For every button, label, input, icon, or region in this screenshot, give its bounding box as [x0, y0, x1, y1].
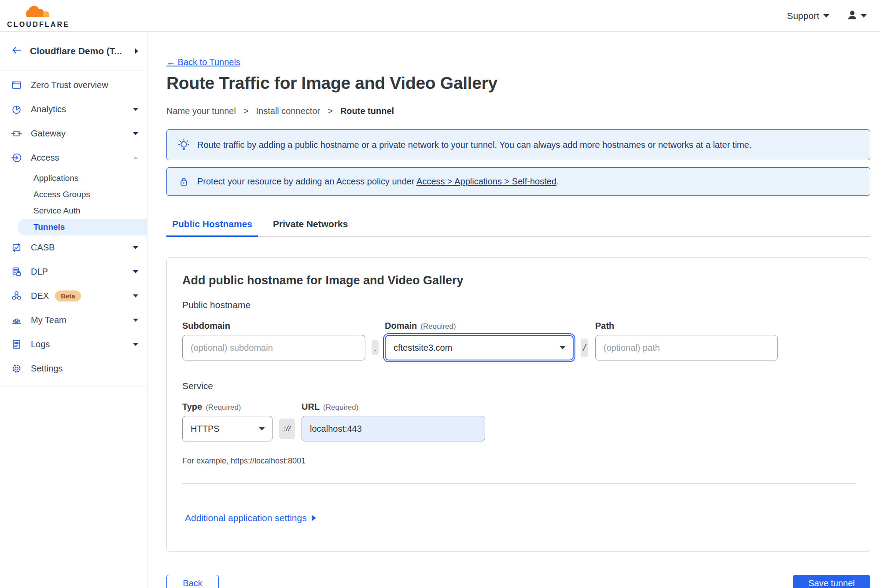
- chevron-right-icon[interactable]: [135, 48, 138, 54]
- step-route-tunnel: Route tunnel: [340, 106, 394, 116]
- cloudflare-logo[interactable]: CLOUDFLARE: [7, 4, 70, 29]
- domain-select[interactable]: cftestsite3.com: [385, 335, 574, 360]
- footer-actions: Back Save tunnel: [166, 575, 870, 588]
- back-button[interactable]: Back: [166, 575, 219, 588]
- user-icon: [847, 10, 858, 22]
- step-separator: >: [243, 106, 249, 116]
- sidebar-item-label: My Team: [31, 315, 124, 325]
- dropdown-arrow-icon: [259, 427, 265, 430]
- subdomain-label: Subdomain: [182, 321, 365, 331]
- logs-icon: [11, 339, 22, 350]
- slash-separator: /: [581, 338, 588, 357]
- sidebar-item-label: Gateway: [31, 129, 124, 139]
- user-menu[interactable]: [847, 10, 867, 22]
- service-section-label: Service: [182, 381, 856, 391]
- sidebar-item-dlp[interactable]: DLP: [0, 260, 147, 284]
- sidebar-item-access[interactable]: Access: [0, 146, 147, 170]
- sidebar-account-header: Cloudflare Demo (T...: [0, 32, 147, 70]
- sidebar-item-applications[interactable]: Applications: [0, 170, 147, 186]
- sidebar-subitem-label: Tunnels: [33, 222, 65, 232]
- sidebar-subitem-label: Access Groups: [33, 190, 90, 199]
- required-hint: (Required): [323, 403, 358, 412]
- cloudflare-wordmark: CLOUDFLARE: [7, 21, 70, 29]
- tab-public-hostnames[interactable]: Public Hostnames: [166, 219, 258, 237]
- hostname-fields-row: Subdomain . Domain(Required) cftestsite3…: [182, 321, 856, 360]
- access-policy-banner: Protect your resource by adding an Acces…: [166, 167, 870, 196]
- support-label: Support: [787, 11, 819, 21]
- page-title: Route Traffic for Image and Video Galler…: [166, 74, 870, 93]
- support-menu[interactable]: Support: [787, 11, 829, 21]
- info-banner-text: Route traffic by adding a public hostnam…: [197, 140, 751, 150]
- lightbulb-icon: [177, 138, 190, 151]
- url-example-hint: For example, https://localhost:8001: [182, 456, 856, 466]
- sidebar-item-my-team[interactable]: My Team: [0, 308, 147, 332]
- casb-icon: [11, 242, 22, 254]
- step-install-connector[interactable]: Install connector: [256, 106, 320, 116]
- scheme-separator: ://: [279, 419, 295, 439]
- sidebar-item-service-auth[interactable]: Service Auth: [0, 202, 147, 219]
- required-hint: (Required): [420, 322, 456, 331]
- additional-application-settings-toggle[interactable]: Additional application settings: [185, 513, 316, 523]
- top-bar: CLOUDFLARE Support: [0, 0, 880, 32]
- sidebar-item-dex[interactable]: DEX Beta: [0, 284, 147, 308]
- dot-separator: .: [372, 340, 379, 355]
- beta-badge: Beta: [55, 290, 81, 301]
- sidebar-nav: Zero Trust overview Analytics Gateway: [0, 70, 147, 386]
- step-separator: >: [328, 106, 333, 116]
- hostname-tabs: Public Hostnames Private Networks: [166, 219, 870, 237]
- sidebar: Cloudflare Demo (T... Zero Trust overvie…: [0, 32, 147, 588]
- sidebar-subitem-label: Applications: [33, 173, 78, 183]
- service-type-value: HTTPS: [191, 424, 220, 434]
- service-url-input[interactable]: [302, 416, 485, 441]
- caret-up-icon: [133, 156, 138, 159]
- main-content: ← Back to Tunnels Route Traffic for Imag…: [147, 32, 880, 588]
- tab-private-networks[interactable]: Private Networks: [267, 219, 353, 236]
- service-type-select[interactable]: HTTPS: [182, 416, 272, 441]
- sidebar-item-label: DLP: [31, 267, 124, 277]
- sidebar-item-label: Settings: [31, 364, 138, 374]
- sidebar-item-tunnels[interactable]: Tunnels: [18, 219, 147, 235]
- access-applications-self-hosted-link[interactable]: Access > Applications > Self-hosted: [416, 176, 556, 186]
- step-name-your-tunnel[interactable]: Name your tunnel: [166, 106, 236, 116]
- caret-down-icon: [823, 14, 829, 18]
- caret-down-icon: [133, 319, 138, 322]
- card-heading: Add public hostname for Image and Video …: [182, 274, 856, 287]
- back-arrow-icon[interactable]: [11, 46, 22, 56]
- sidebar-item-label: Logs: [31, 339, 124, 349]
- access-banner-prefix: Protect your resource by adding an Acces…: [197, 176, 415, 186]
- service-fields-row: Type(Required) HTTPS :// URL(Required): [182, 402, 856, 441]
- dlp-icon: [11, 266, 22, 278]
- caret-down-icon: [133, 246, 138, 249]
- domain-label-text: Domain: [385, 321, 417, 331]
- add-public-hostname-card: Add public hostname for Image and Video …: [166, 257, 870, 552]
- sidebar-item-settings[interactable]: Settings: [0, 356, 147, 381]
- sidebar-item-label: Zero Trust overview: [31, 80, 138, 90]
- caret-down-icon: [133, 132, 138, 135]
- caret-down-icon: [133, 108, 138, 111]
- url-label-text: URL: [302, 402, 320, 412]
- lock-icon: [177, 176, 190, 187]
- sidebar-item-access-groups[interactable]: Access Groups: [0, 186, 147, 202]
- gear-icon: [11, 363, 22, 375]
- sidebar-item-casb[interactable]: CASB: [0, 235, 147, 260]
- access-banner-suffix: .: [556, 176, 559, 186]
- sidebar-subitem-label: Service Auth: [33, 206, 81, 216]
- caret-down-icon: [133, 343, 138, 346]
- path-input[interactable]: [595, 335, 778, 360]
- access-icon: [11, 152, 22, 164]
- public-hostname-section-label: Public hostname: [182, 300, 856, 310]
- sidebar-item-gateway[interactable]: Gateway: [0, 121, 147, 146]
- disclosure-right-icon: [312, 515, 316, 521]
- path-label: Path: [595, 321, 778, 331]
- sidebar-item-label: DEX Beta: [31, 290, 124, 301]
- wizard-breadcrumb: Name your tunnel > Install connector > R…: [166, 106, 870, 116]
- sidebar-item-logs[interactable]: Logs: [0, 332, 147, 356]
- back-to-tunnels-link[interactable]: ← Back to Tunnels: [166, 57, 240, 67]
- subdomain-input[interactable]: [182, 335, 365, 360]
- sidebar-item-analytics[interactable]: Analytics: [0, 97, 147, 121]
- team-icon: [11, 315, 22, 326]
- dex-icon: [11, 290, 22, 302]
- save-tunnel-button[interactable]: Save tunnel: [793, 575, 870, 588]
- sidebar-item-zero-trust-overview[interactable]: Zero Trust overview: [0, 73, 147, 97]
- caret-down-icon: [133, 294, 138, 298]
